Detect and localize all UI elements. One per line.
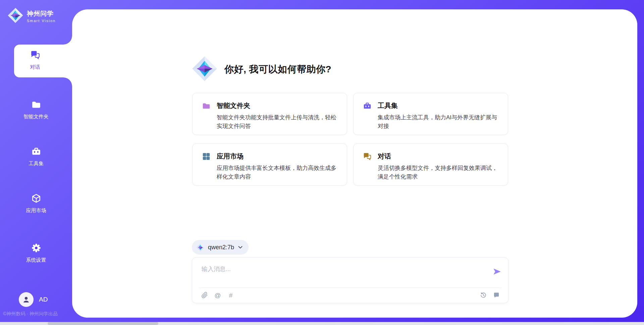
- sidebar-item-smart-folder[interactable]: 智能文件夹: [0, 94, 72, 127]
- main-panel: 你好, 我可以如何帮助你? 智能文件夹 智能文件夹功能支持批量文件上传与清洗，轻…: [72, 9, 637, 318]
- send-button[interactable]: [492, 267, 501, 276]
- sidebar-item-app-market[interactable]: 应用市场: [0, 188, 72, 221]
- avatar: [19, 292, 34, 307]
- brand-subtitle: Smart Vision: [27, 19, 56, 23]
- brand: 神州问学 Smart Vision: [7, 7, 56, 25]
- card-description: 集成市场上主流工具，助力AI与外界无缝扩展与对接: [378, 113, 498, 130]
- user-name: AD: [39, 296, 48, 303]
- history-icon[interactable]: [480, 291, 487, 299]
- message-composer: 输入消息... @ #: [192, 257, 508, 303]
- sidebar-item-label: 工具集: [29, 160, 44, 167]
- model-selector[interactable]: qwen2:7b: [192, 240, 249, 255]
- card-app-market[interactable]: 应用市场 应用市场提供丰富长文本模板，助力高效生成多样化文章内容: [192, 143, 347, 186]
- composer-toolbar: @ #: [201, 291, 500, 299]
- card-description: 智能文件夹功能支持批量文件上传与清洗，轻松实现文件问答: [217, 113, 337, 130]
- sidebar-item-label: 对话: [30, 64, 40, 70]
- card-title: 智能文件夹: [217, 101, 250, 110]
- card-title: 对话: [378, 152, 391, 161]
- card-chat[interactable]: 对话 灵活切换多模型文件，支持多样回复效果调试，满足个性化需求: [353, 143, 508, 186]
- brand-diamond-icon: [7, 7, 23, 25]
- divider: [199, 287, 501, 288]
- chat-bubbles-icon: [30, 50, 40, 61]
- greeting-hero: 你好, 我可以如何帮助你?: [192, 56, 331, 83]
- at-icon[interactable]: @: [214, 291, 221, 299]
- card-description: 灵活切换多模型文件，支持多样回复效果调试，满足个性化需求: [378, 164, 498, 181]
- card-title: 应用市场: [217, 152, 244, 161]
- briefcase-icon: [363, 102, 372, 110]
- card-smart-folder[interactable]: 智能文件夹 智能文件夹功能支持批量文件上传与清洗，轻松实现文件问答: [192, 93, 347, 135]
- brand-diamond-icon: [196, 243, 205, 252]
- hash-icon[interactable]: #: [227, 291, 234, 299]
- grid-icon: [202, 152, 211, 161]
- sidebar: 神州问学 Smart Vision 对话 智能文件夹: [0, 0, 72, 325]
- comment-icon[interactable]: [493, 291, 500, 299]
- sidebar-item-label: 系统设置: [26, 257, 46, 263]
- brand-name: 神州问学: [27, 9, 56, 18]
- sidebar-item-settings[interactable]: 系统设置: [0, 238, 72, 270]
- sidebar-item-label: 智能文件夹: [23, 114, 49, 120]
- briefcase-icon: [31, 146, 41, 157]
- paperclip-icon[interactable]: [201, 291, 208, 299]
- scrollbar-thumb[interactable]: [48, 322, 158, 325]
- brand-diamond-icon: [192, 56, 218, 83]
- sidebar-item-label: 应用市场: [26, 207, 46, 214]
- gear-icon: [31, 243, 41, 254]
- message-input[interactable]: 输入消息...: [202, 265, 485, 284]
- card-description: 应用市场提供丰富长文本模板，助力高效生成多样化文章内容: [217, 164, 337, 181]
- card-toolset[interactable]: 工具集 集成市场上主流工具，助力AI与外界无缝扩展与对接: [353, 93, 508, 135]
- greeting-title: 你好, 我可以如何帮助你?: [224, 63, 331, 76]
- cube-icon: [31, 193, 41, 204]
- horizontal-scrollbar[interactable]: [0, 322, 644, 325]
- person-icon: [22, 295, 31, 304]
- send-icon: [492, 267, 501, 276]
- sidebar-item-toolset[interactable]: 工具集: [0, 141, 72, 174]
- card-title: 工具集: [378, 101, 398, 110]
- model-name: qwen2:7b: [208, 244, 234, 251]
- chat-bubbles-icon: [363, 152, 372, 161]
- feature-cards: 智能文件夹 智能文件夹功能支持批量文件上传与清洗，轻松实现文件问答 工具集 集成…: [192, 93, 508, 186]
- chevron-down-icon: [238, 246, 243, 249]
- sidebar-item-chat[interactable]: 对话: [14, 45, 72, 77]
- user-profile[interactable]: AD: [19, 292, 48, 307]
- folder-icon: [31, 100, 41, 111]
- copyright-footer: ©神州数码 · 神州问学出品: [3, 311, 58, 317]
- folder-icon: [202, 102, 211, 110]
